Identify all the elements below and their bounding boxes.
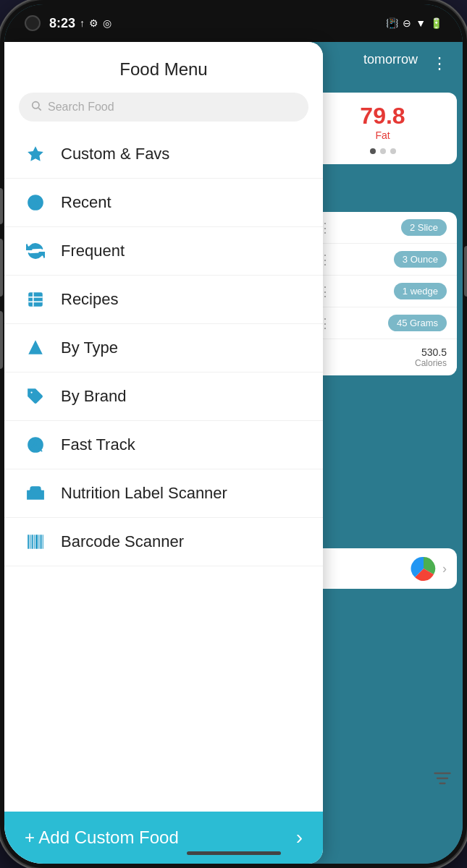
search-placeholder: Search Food bbox=[48, 101, 297, 114]
silent-button[interactable] bbox=[0, 311, 3, 369]
type-icon bbox=[25, 339, 46, 357]
bg-pill-3[interactable]: 1 wedge bbox=[394, 283, 447, 299]
network-icon: ⊖ bbox=[403, 17, 411, 29]
svg-rect-21 bbox=[41, 535, 42, 549]
power-button[interactable] bbox=[464, 246, 467, 297]
bg-food-row-4: ⋮ 45 Grams bbox=[308, 307, 457, 339]
status-bar-right: 📳 ⊖ ▼ 🔋 bbox=[386, 17, 442, 29]
bg-pill-4[interactable]: 45 Grams bbox=[388, 315, 447, 331]
bg-calories-value: 530.5 bbox=[421, 346, 447, 358]
bg-three-dots[interactable]: ⋮ bbox=[432, 54, 448, 73]
menu-item-frequent-label: Frequent bbox=[61, 242, 125, 260]
bg-fat-label: Fat bbox=[319, 129, 447, 141]
bg-fat-value: 79.8 bbox=[319, 103, 447, 129]
menu-item-fast-track[interactable]: Fast Track bbox=[4, 421, 323, 469]
status-bar-left: 8:23 ↑ ⚙ ◎ bbox=[25, 15, 112, 31]
menu-item-nutrition-scanner[interactable]: Nutrition Label Scanner bbox=[4, 469, 323, 518]
bg-pie-card: › bbox=[308, 548, 457, 589]
wifi-icon: ▼ bbox=[416, 17, 426, 29]
search-bar[interactable]: Search Food bbox=[19, 93, 308, 122]
svg-rect-22 bbox=[43, 535, 43, 549]
drawer-title: Food Menu bbox=[19, 59, 308, 80]
footer-chevron-icon: › bbox=[296, 826, 303, 849]
status-time: 8:23 bbox=[49, 16, 75, 31]
battery-icon: 🔋 bbox=[430, 17, 442, 29]
search-icon bbox=[30, 100, 42, 114]
food-menu-drawer: Food Menu Search Food bbox=[4, 42, 323, 864]
volume-up-button[interactable] bbox=[0, 188, 3, 224]
menu-item-by-brand-label: By Brand bbox=[61, 387, 127, 406]
menu-item-fast-track-label: Fast Track bbox=[61, 435, 135, 454]
menu-item-recent[interactable]: Recent bbox=[4, 179, 323, 227]
tag-icon bbox=[25, 387, 46, 406]
menu-item-by-type-label: By Type bbox=[61, 339, 118, 357]
bg-food-card: ⋮ 2 Slice ⋮ 3 Ounce ⋮ 1 wedge ⋮ 45 Grams bbox=[308, 212, 457, 375]
camera-icon bbox=[25, 484, 46, 503]
menu-list: Custom & Favs Recent bbox=[4, 130, 323, 812]
svg-rect-19 bbox=[35, 535, 38, 549]
bg-food-row-3: ⋮ 1 wedge bbox=[308, 276, 457, 307]
svg-rect-20 bbox=[38, 535, 39, 549]
bg-stats-card: 79.8 Fat bbox=[308, 93, 457, 164]
menu-item-frequent[interactable]: Frequent bbox=[4, 227, 323, 276]
fast-track-icon bbox=[25, 435, 46, 454]
add-custom-food-label: + Add Custom Food bbox=[25, 827, 179, 848]
bg-pie-chart bbox=[411, 556, 437, 582]
svg-rect-3 bbox=[439, 783, 445, 784]
menu-item-by-type[interactable]: By Type bbox=[4, 324, 323, 373]
bg-food-row-2: ⋮ 3 Ounce bbox=[308, 244, 457, 276]
status-bar: 8:23 ↑ ⚙ ◎ 📳 ⊖ ▼ 🔋 bbox=[4, 4, 463, 42]
volume-down-button[interactable] bbox=[0, 239, 3, 297]
bg-indicator-dots bbox=[319, 148, 447, 154]
svg-rect-7 bbox=[28, 292, 43, 307]
menu-item-custom-favs[interactable]: Custom & Favs bbox=[4, 130, 323, 179]
bg-dot-2 bbox=[380, 148, 386, 154]
refresh-icon bbox=[25, 242, 46, 260]
bg-tomorrow-label: tomorrow bbox=[363, 52, 418, 67]
svg-rect-2 bbox=[437, 778, 448, 779]
bg-pie-chevron[interactable]: › bbox=[442, 561, 447, 576]
phone-frame: 8:23 ↑ ⚙ ◎ 📳 ⊖ ▼ 🔋 tomorrow ⋮ bbox=[0, 0, 467, 868]
svg-point-4 bbox=[33, 102, 39, 109]
bg-pill-2[interactable]: 3 Ounce bbox=[394, 251, 447, 268]
camera-dot bbox=[25, 15, 41, 31]
svg-line-5 bbox=[38, 108, 41, 110]
settings-icon: ⚙ bbox=[89, 17, 98, 29]
menu-item-custom-favs-label: Custom & Favs bbox=[61, 145, 169, 163]
vibrate-icon: 📳 bbox=[386, 17, 398, 29]
menu-item-nutrition-scanner-label: Nutrition Label Scanner bbox=[61, 484, 227, 503]
clock-icon bbox=[25, 193, 46, 212]
add-custom-food-button[interactable]: + Add Custom Food › bbox=[4, 812, 323, 864]
screen-content: tomorrow ⋮ 79.8 Fat ⋮ bbox=[4, 42, 463, 864]
phone-screen: 8:23 ↑ ⚙ ◎ 📳 ⊖ ▼ 🔋 tomorrow ⋮ bbox=[4, 4, 463, 864]
svg-rect-15 bbox=[28, 535, 29, 549]
svg-rect-16 bbox=[30, 535, 30, 549]
menu-item-recent-label: Recent bbox=[61, 193, 112, 212]
bg-dot-3 bbox=[390, 148, 396, 154]
menu-item-barcode-scanner[interactable]: Barcode Scanner bbox=[4, 518, 323, 566]
svg-rect-18 bbox=[34, 535, 35, 549]
menu-item-recipes-label: Recipes bbox=[61, 290, 118, 309]
svg-marker-11 bbox=[28, 340, 43, 354]
bg-pill-1[interactable]: 2 Slice bbox=[401, 219, 447, 236]
drawer-header: Food Menu Search Food bbox=[4, 42, 323, 130]
bg-dot-1 bbox=[370, 148, 376, 154]
home-indicator[interactable] bbox=[187, 851, 281, 855]
menu-item-recipes[interactable]: Recipes bbox=[4, 276, 323, 324]
barcode-icon bbox=[25, 532, 46, 551]
recipes-icon bbox=[25, 290, 46, 309]
bg-filter-icon[interactable] bbox=[432, 768, 453, 791]
menu-item-barcode-scanner-label: Barcode Scanner bbox=[61, 532, 184, 551]
location-icon: ◎ bbox=[103, 17, 112, 29]
star-icon bbox=[25, 145, 46, 163]
menu-item-by-brand[interactable]: By Brand bbox=[4, 373, 323, 421]
bg-food-row-1: ⋮ 2 Slice bbox=[308, 212, 457, 244]
svg-rect-1 bbox=[434, 773, 450, 774]
upload-icon: ↑ bbox=[80, 17, 85, 29]
bg-calories-row: 530.5 Calories bbox=[308, 339, 457, 375]
bg-calories-label: Calories bbox=[415, 358, 447, 368]
svg-rect-17 bbox=[32, 535, 33, 549]
